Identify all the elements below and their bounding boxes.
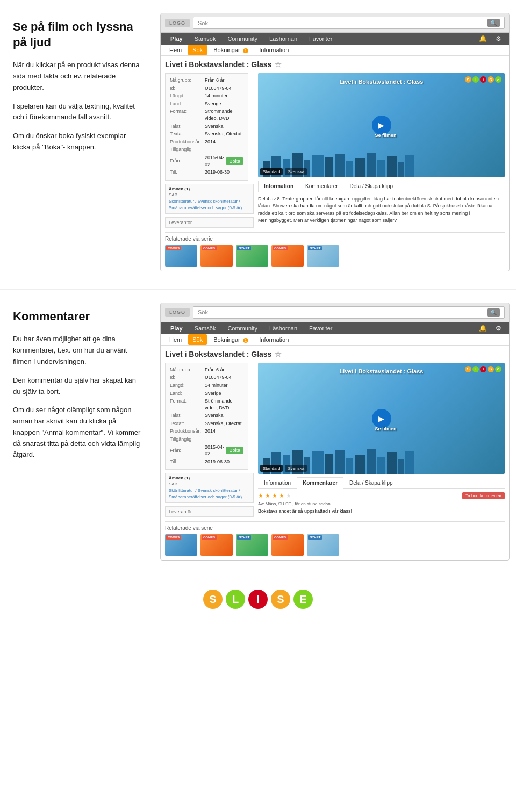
tab-dela[interactable]: Dela / Skapa klipp bbox=[344, 181, 399, 192]
bell2-icon[interactable]: 🔔 bbox=[476, 322, 490, 334]
quality-bar: Standard Svenska bbox=[260, 168, 307, 175]
nav-item-favoriter[interactable]: Favoriter bbox=[304, 33, 338, 45]
video2-area[interactable]: Livet i Bokstavslandet : Glass S L i S e bbox=[258, 363, 505, 475]
rel2-item-2[interactable]: COMES bbox=[200, 534, 233, 556]
tab2-kommentarer[interactable]: Kommentarer bbox=[297, 477, 343, 489]
nav2-item-community[interactable]: Community bbox=[222, 322, 263, 334]
svg-rect-29 bbox=[405, 451, 414, 474]
subnav-hem[interactable]: Hem bbox=[165, 45, 186, 55]
play2-button[interactable]: ▶ bbox=[372, 409, 391, 428]
subnav2-information[interactable]: Information bbox=[255, 334, 293, 345]
quality2-standard[interactable]: Standard bbox=[260, 465, 283, 472]
format-value: Strömmande video, DVD bbox=[205, 108, 243, 121]
browser2: LOGO Sök 🔍 Play Samsök Community Läshorn… bbox=[160, 303, 510, 561]
nav-item-community[interactable]: Community bbox=[222, 33, 263, 45]
nav-item-samsok[interactable]: Samsök bbox=[189, 33, 221, 45]
video-area[interactable]: Livet i Bokstavslandet : Glass S L i S e bbox=[258, 73, 505, 177]
browser2-search-text: Sök bbox=[198, 309, 485, 315]
section1-heading: Se på film och lyssna på ljud bbox=[13, 19, 143, 50]
subnav-information[interactable]: Information bbox=[255, 45, 293, 55]
section1-para2: I spelaren kan du välja textning, kvalit… bbox=[13, 101, 143, 124]
tab2-dela[interactable]: Dela / Skapa klipp bbox=[343, 477, 399, 488]
nav2-item-samsok[interactable]: Samsök bbox=[189, 322, 221, 334]
amnen2-box: Ämnen (1) SAB Skönlitteratur / Svensk sk… bbox=[165, 473, 254, 503]
rel2-item-1[interactable]: COMES bbox=[165, 534, 197, 556]
rel-item-1[interactable]: COMES bbox=[165, 245, 197, 267]
star-icon[interactable]: ☆ bbox=[275, 60, 282, 69]
svg-rect-25 bbox=[367, 449, 376, 474]
rel2-badge-1: COMES bbox=[166, 535, 181, 540]
quality-svenska[interactable]: Svenska bbox=[285, 168, 307, 175]
tab-information[interactable]: Information bbox=[258, 181, 299, 192]
subnav2-hem[interactable]: Hem bbox=[165, 334, 186, 345]
subnav-sok[interactable]: Sök bbox=[188, 45, 207, 55]
ta-bort-button[interactable]: Ta bort kommentar bbox=[462, 492, 505, 499]
bell-icon[interactable]: 🔔 bbox=[476, 33, 490, 45]
amnen-links[interactable]: Skönlitteratur / Svensk skönlitteratur /… bbox=[169, 198, 250, 211]
gear2-icon[interactable]: ⚙ bbox=[492, 322, 505, 334]
browser1-panel: LOGO Sök 🔍 Play Samsök Community Läshorn… bbox=[156, 9, 516, 276]
section2-para3: Om du ser något olämpligt som någon anna… bbox=[13, 405, 143, 461]
play-button[interactable]: ▶ bbox=[372, 116, 391, 135]
rel-item-2[interactable]: COMES bbox=[200, 245, 233, 267]
svg-rect-6 bbox=[325, 157, 333, 177]
browser2-search-btn[interactable]: 🔍 bbox=[487, 308, 500, 317]
till-label: Till: bbox=[170, 169, 205, 176]
subnav2-bokningar[interactable]: Bokningar 1 bbox=[209, 334, 253, 345]
land-label: Land: bbox=[170, 100, 205, 107]
nav2-item-play[interactable]: Play bbox=[165, 322, 188, 334]
tab2-information[interactable]: Information bbox=[258, 477, 297, 488]
nav-item-lashornan[interactable]: Läshornan bbox=[264, 33, 303, 45]
nav2-item-lashornan[interactable]: Läshornan bbox=[264, 322, 303, 334]
relaterade-section: Relaterade via serie COMES COMES NYHET C… bbox=[165, 232, 505, 267]
section2-para1: Du har även möjlighet att ge dina kommen… bbox=[13, 334, 143, 367]
nav2-item-favoriter[interactable]: Favoriter bbox=[304, 322, 338, 334]
svg-rect-12 bbox=[387, 156, 397, 177]
rel-item-4[interactable]: COMES bbox=[271, 245, 304, 267]
se-filmen-label: Se filmen bbox=[375, 133, 396, 138]
fran-value: 2015-04-02 bbox=[205, 154, 226, 168]
svg-rect-10 bbox=[367, 153, 376, 177]
star2-icon[interactable]: ☆ bbox=[275, 350, 282, 358]
comment-stars: ★ ★ ★ ★ ★ bbox=[258, 492, 352, 499]
till-value: 2019-06-30 bbox=[205, 169, 243, 176]
product2-tabs: Information Kommentarer Dela / Skapa kli… bbox=[258, 477, 505, 489]
quality2-svenska[interactable]: Svenska bbox=[285, 465, 307, 472]
svg-rect-23 bbox=[346, 458, 353, 474]
browser1-address: Sök 🔍 bbox=[193, 17, 505, 29]
leverantor-box: Leverantör bbox=[165, 217, 254, 228]
rel-item-3[interactable]: NYHET bbox=[236, 245, 268, 267]
id-value: U103479-04 bbox=[205, 85, 243, 92]
product-tabs: Information Kommentarer Dela / Skapa kli… bbox=[258, 181, 505, 192]
format-label: Format: bbox=[170, 108, 205, 121]
svg-rect-7 bbox=[335, 154, 345, 177]
subnav2-sok[interactable]: Sök bbox=[188, 334, 207, 345]
fran-label: Från: bbox=[170, 157, 205, 164]
rel-item-5[interactable]: NYHET bbox=[307, 245, 339, 267]
boka2-button[interactable]: Boka bbox=[226, 447, 243, 454]
rel2-item-4[interactable]: COMES bbox=[271, 534, 304, 556]
rel2-badge-2: COMES bbox=[202, 535, 217, 540]
nav-item-play[interactable]: Play bbox=[165, 33, 188, 45]
tab-kommentarer[interactable]: Kommentarer bbox=[299, 181, 344, 192]
product2-title: Livet i Bokstavslandet : Glass ☆ bbox=[165, 350, 505, 358]
boka-button[interactable]: Boka bbox=[226, 157, 243, 165]
rel2-item-3[interactable]: NYHET bbox=[236, 534, 268, 556]
svg-rect-28 bbox=[398, 459, 404, 474]
se-filmen2-label: Se filmen bbox=[375, 426, 396, 432]
svg-rect-27 bbox=[387, 452, 397, 474]
gear-icon[interactable]: ⚙ bbox=[492, 33, 505, 45]
subnav-bokningar[interactable]: Bokningar 1 bbox=[209, 45, 253, 55]
browser1-search-btn[interactable]: 🔍 bbox=[487, 19, 500, 27]
slise-letter-s2: S bbox=[271, 590, 290, 609]
amnen-box: Ämnen (1) SAB Skönlitteratur / Svensk sk… bbox=[165, 184, 254, 214]
svg-rect-14 bbox=[405, 155, 414, 177]
produktionsar-value: 2014 bbox=[205, 139, 243, 146]
relaterade-title: Relaterade via serie bbox=[165, 236, 505, 242]
quality-standard[interactable]: Standard bbox=[260, 168, 283, 175]
rel2-item-5[interactable]: NYHET bbox=[307, 534, 339, 556]
rel-badge-4: COMES bbox=[273, 246, 288, 250]
rel-badge-2: COMES bbox=[202, 246, 217, 250]
svg-rect-22 bbox=[335, 450, 345, 474]
comment-area: ★ ★ ★ ★ ★ Av: Måns, SU.SE , för en stund… bbox=[258, 489, 505, 517]
